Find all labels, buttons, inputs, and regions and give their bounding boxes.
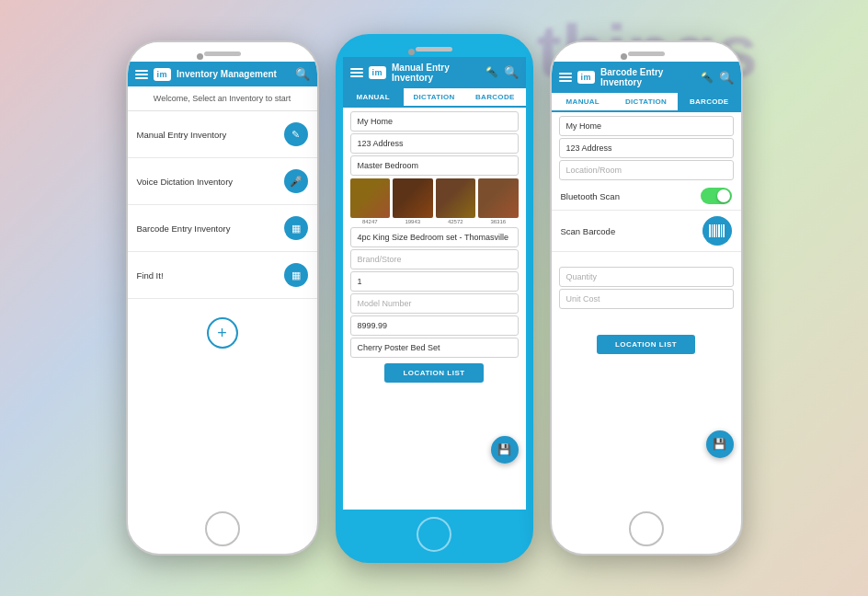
phone-1-header: im Inventory Management 🔍: [128, 62, 317, 86]
item-name-field[interactable]: 4pc King Size Bedroom set - Thomasville: [350, 227, 519, 247]
bluetooth-scan-row: Bluetooth Scan: [552, 182, 741, 211]
add-button[interactable]: +: [207, 317, 238, 349]
address-field-3[interactable]: 123 Address: [559, 138, 734, 158]
quantity-field-3[interactable]: Quantity: [559, 267, 734, 287]
edit-icon: ✎: [291, 129, 300, 141]
menu-item-barcode-label: Barcode Entry Inventory: [137, 224, 231, 234]
phone-2-camera: [408, 49, 415, 55]
thumb-4-label: 36316: [490, 219, 506, 224]
add-btn-container: +: [128, 299, 317, 367]
menu-item-manual-btn[interactable]: ✎: [284, 122, 308, 146]
app-title-3: Barcode Entry Inventory: [600, 67, 694, 87]
phone-1-home-btn[interactable]: [205, 511, 240, 546]
search-icon-3[interactable]: 🔍: [719, 71, 734, 85]
hamburger-icon[interactable]: [135, 70, 148, 79]
search-icon-1[interactable]: 🔍: [295, 67, 310, 81]
tab-dictation-3[interactable]: Dictation: [614, 93, 678, 110]
brand-field[interactable]: Brand/Store: [350, 249, 519, 269]
location-field-3[interactable]: My Home: [559, 116, 734, 136]
description-field[interactable]: Cherry Poster Bed Set: [350, 338, 519, 358]
phone-2-header: im Manual Entry Inventory 🔦 🔍: [343, 57, 526, 88]
menu-item-manual[interactable]: Manual Entry Inventory ✎: [128, 111, 317, 158]
scan-barcode-label: Scan Barcode: [561, 226, 616, 236]
app-logo-3: im: [577, 71, 596, 84]
room-field-2[interactable]: Master Bedroom: [350, 155, 519, 176]
menu-item-barcode-btn[interactable]: ▦: [284, 216, 308, 240]
unit-cost-field-3[interactable]: Unit Cost: [559, 289, 734, 309]
scan-barcode-row: Scan Barcode: [552, 211, 741, 252]
phone-3-top-bar: [552, 42, 741, 62]
toggle-knob: [717, 189, 730, 202]
tab-bar-3: Manual Dictation Barcode: [552, 93, 741, 112]
thumb-3-container: 42572: [436, 178, 476, 225]
menu-item-barcode[interactable]: Barcode Entry Inventory ▦: [128, 205, 317, 252]
mic-icon: 🎤: [290, 176, 303, 188]
thumb-3[interactable]: [436, 178, 476, 219]
menu-item-voice-btn[interactable]: 🎤: [284, 169, 308, 193]
image-thumbnails: 84247 19943 42572 36316: [350, 178, 519, 225]
search-icon-2[interactable]: 🔍: [504, 65, 519, 79]
tab-barcode-3[interactable]: Barcode: [678, 93, 741, 110]
thumb-4[interactable]: [478, 178, 519, 219]
phone-2-home-btn[interactable]: [417, 517, 451, 552]
tab-manual-3[interactable]: Manual: [552, 93, 615, 110]
tab-manual-2[interactable]: Manual: [343, 88, 404, 106]
address-field-2[interactable]: 123 Address: [350, 133, 519, 154]
app-logo-2: im: [369, 66, 387, 79]
phone-3: im Barcode Entry Inventory 🔦 🔍 Manual Di…: [550, 40, 743, 556]
tab-barcode-2[interactable]: Barcode: [464, 88, 525, 106]
tab-bar-2: Manual Dictation Barcode: [343, 88, 526, 108]
scan-barcode-btn[interactable]: [702, 216, 732, 246]
phone-3-header: im Barcode Entry Inventory 🔦 🔍: [552, 62, 741, 93]
save-fab-2[interactable]: 💾: [491, 436, 519, 464]
hamburger-icon-3[interactable]: [559, 73, 572, 82]
model-field[interactable]: Model Number: [350, 293, 519, 314]
phone-1-speaker: [204, 52, 241, 56]
bluetooth-scan-label: Bluetooth Scan: [561, 191, 620, 201]
menu-item-voice-label: Voice Dictation Inventory: [137, 177, 234, 187]
location-list-btn-2[interactable]: Location List: [384, 363, 483, 383]
phone-2-top-bar: [339, 38, 530, 57]
phone-3-speaker: [628, 52, 665, 56]
phone-2: im Manual Entry Inventory 🔦 🔍 Manual Dic…: [336, 34, 533, 563]
unit-cost-field[interactable]: 8999.99: [350, 315, 519, 336]
thumb-1-label: 84247: [362, 219, 378, 224]
thumb-3-label: 42572: [448, 219, 463, 224]
save-icon-3: 💾: [713, 438, 726, 451]
app-title-1: Inventory Management: [177, 69, 289, 79]
location-list-btn-3[interactable]: Location List: [597, 335, 695, 354]
save-fab-3[interactable]: 💾: [706, 430, 734, 458]
app-logo-1: im: [154, 68, 172, 81]
room-field-3[interactable]: Location/Room: [559, 160, 734, 180]
phone-1: im Inventory Management 🔍 Welcome, Selec…: [126, 40, 319, 556]
tab-dictation-2[interactable]: Dictation: [404, 88, 464, 106]
thumb-1[interactable]: [350, 178, 391, 219]
phone-1-camera: [197, 53, 203, 60]
menu-item-manual-label: Manual Entry Inventory: [137, 130, 227, 140]
hamburger-icon-2[interactable]: [350, 68, 363, 77]
thumb-2-label: 19943: [405, 219, 420, 224]
thumb-4-container: 36316: [478, 178, 519, 225]
thumb-2[interactable]: [393, 178, 433, 219]
thumb-1-container: 84247: [350, 178, 391, 225]
flashlight-icon-3[interactable]: 🔦: [701, 72, 714, 84]
menu-item-findit-label: Find It!: [137, 270, 164, 281]
phone-2-speaker: [416, 47, 452, 52]
barcode-icon: [709, 224, 725, 237]
quantity-field[interactable]: 1: [350, 271, 519, 292]
phone-3-screen: im Barcode Entry Inventory 🔦 🔍 Manual Di…: [552, 62, 741, 504]
bluetooth-scan-toggle[interactable]: [701, 188, 732, 204]
find-icon: ▦: [291, 269, 301, 281]
menu-item-findit-btn[interactable]: ▦: [284, 263, 308, 287]
location-field-2[interactable]: My Home: [350, 111, 519, 132]
app-title-2: Manual Entry Inventory: [392, 63, 479, 83]
menu-item-voice[interactable]: Voice Dictation Inventory 🎤: [128, 158, 317, 205]
menu-item-findit[interactable]: Find It! ▦: [128, 252, 317, 299]
phone-1-top-bar: [128, 42, 317, 62]
phone-2-screen: im Manual Entry Inventory 🔦 🔍 Manual Dic…: [343, 57, 526, 510]
phone-3-home-btn[interactable]: [629, 511, 664, 546]
barcode-list-icon: ▦: [291, 223, 301, 235]
welcome-text: Welcome, Select an Inventory to start: [128, 86, 317, 111]
flashlight-icon-2[interactable]: 🔦: [485, 66, 498, 78]
save-icon-2: 💾: [497, 443, 511, 456]
